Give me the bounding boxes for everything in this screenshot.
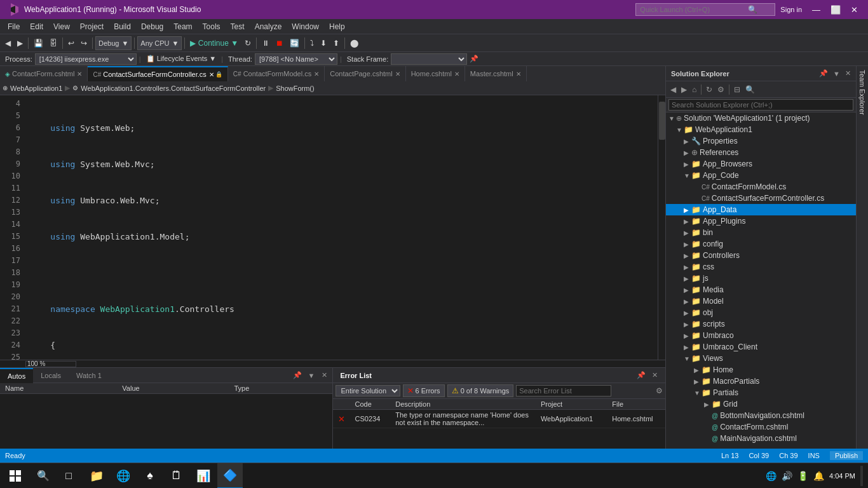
tree-views[interactable]: ▼ 📁 Views (666, 353, 856, 364)
close-icon[interactable]: ✕ (209, 71, 214, 78)
error-settings-button[interactable]: ⚙ (656, 386, 663, 395)
redo-button[interactable]: ↪ (78, 37, 90, 49)
menu-item-analyze[interactable]: Analyze (250, 21, 287, 32)
pin-error-button[interactable]: 📌 (634, 370, 648, 381)
close-error-button[interactable]: ✕ (649, 370, 660, 381)
restore-button[interactable]: ⬜ (825, 4, 846, 16)
tree-contactform-cshtml[interactable]: @ ContactForm.cshtml (666, 421, 856, 433)
code-editor[interactable]: 45678910111213141516171819202122232425 u… (0, 95, 665, 360)
clock[interactable]: 4:04 PM (829, 472, 855, 480)
tree-macropartials[interactable]: ▶ 📁 MacroPartials (666, 376, 856, 387)
menu-item-debug[interactable]: Debug (136, 21, 168, 32)
save-all-button[interactable]: 🗄 (47, 37, 60, 49)
undo-button[interactable]: ↩ (65, 37, 77, 49)
menu-item-tools[interactable]: Tools (198, 21, 226, 32)
show-desktop-button[interactable] (860, 466, 863, 486)
menu-item-view[interactable]: View (48, 21, 75, 32)
tree-app-data[interactable]: ▶ 📁 App_Data (666, 204, 856, 215)
dropdown-panel-button[interactable]: ▼ (306, 370, 318, 381)
close-icon[interactable]: ✕ (395, 71, 400, 78)
menu-item-test[interactable]: Test (226, 21, 250, 32)
menu-item-help[interactable]: Help (324, 21, 350, 32)
debug-mode-dropdown[interactable]: Debug ▼ (95, 36, 132, 50)
minimize-button[interactable]: — (807, 4, 825, 16)
tree-bin[interactable]: ▶ 📁 bin (666, 227, 856, 238)
error-col-project[interactable]: Project (536, 399, 607, 410)
notepad-taskbar-icon[interactable]: 🗒 (164, 463, 189, 489)
stop-button[interactable]: ⏹ (273, 37, 286, 49)
code-lines[interactable]: using System.Web; using System.Web.Mvc; … (25, 95, 658, 360)
breakpoints-button[interactable]: ⬤ (348, 37, 361, 49)
tree-js[interactable]: ▶ 📁 js (666, 273, 856, 284)
tree-umbraco[interactable]: ▶ 📁 Umbraco (666, 330, 856, 341)
cpu-dropdown[interactable]: Any CPU ▼ (137, 36, 182, 50)
menu-item-file[interactable]: File (3, 21, 25, 32)
tree-properties[interactable]: ▶ 🔧 Properties (666, 135, 856, 147)
title-search-box[interactable]: 🔍 (635, 3, 775, 16)
tree-project[interactable]: ▼ 📁 WebApplication1 (666, 124, 856, 135)
tree-obj[interactable]: ▶ 📁 obj (666, 307, 856, 318)
refresh-button[interactable]: ↻ (242, 37, 254, 49)
horizontal-scroll[interactable]: 100 % (0, 360, 665, 367)
notification-icon[interactable]: 🔔 (813, 471, 824, 481)
explorer-taskbar-icon[interactable]: 📁 (84, 463, 109, 489)
close-icon[interactable]: ✕ (516, 71, 521, 78)
se-pin-button[interactable]: 📌 (817, 68, 831, 79)
task-view-button[interactable]: □ (56, 463, 81, 489)
tab-contactsurfaceformcontroller[interactable]: C# ContactSurfaceFormController.cs ✕ 🔒 (88, 66, 227, 81)
error-col-file[interactable]: File (607, 399, 665, 410)
tree-mainnav[interactable]: @ MainNavigation.cshtml (666, 433, 856, 444)
menu-item-team[interactable]: Team (168, 21, 197, 32)
pin-panel-button[interactable]: 📌 (290, 370, 304, 381)
tree-model[interactable]: ▶ 📁 Model (666, 295, 856, 307)
sign-in-link[interactable]: Sign in (780, 6, 802, 13)
tree-bottomnav[interactable]: @ BottomNavigation.cshtml (666, 410, 856, 421)
edge-taskbar-icon[interactable]: 🌐 (111, 463, 136, 489)
error-col-code[interactable]: Code (350, 399, 391, 410)
tab-contactform[interactable]: ◈ ContactForm.cshtml ✕ (0, 66, 88, 81)
tab-autos[interactable]: Autos (0, 368, 33, 383)
tree-umbraco-client[interactable]: ▶ 📁 Umbraco_Client (666, 341, 856, 353)
menu-item-project[interactable]: Project (75, 21, 109, 32)
se-filter-button[interactable]: 🔍 (743, 84, 757, 95)
back-button[interactable]: ◀ (3, 37, 13, 49)
publish-button[interactable]: Publish (830, 451, 863, 460)
pause-button[interactable]: ⏸ (259, 37, 272, 49)
menu-item-edit[interactable]: Edit (25, 21, 48, 32)
stack-dropdown[interactable] (391, 53, 467, 65)
step-into-button[interactable]: ⬇ (318, 37, 329, 49)
vertical-scrollbar[interactable] (658, 95, 665, 360)
se-search-input[interactable] (668, 99, 853, 111)
tree-grid[interactable]: ▶ 📁 Grid (666, 398, 856, 410)
se-home-button[interactable]: ⌂ (690, 84, 698, 95)
se-settings-button[interactable]: ⚙ (715, 84, 726, 95)
process-dropdown[interactable]: [14236] iisexpress.exe (35, 53, 137, 65)
tab-locals[interactable]: Locals (33, 368, 69, 383)
se-refresh-button[interactable]: ↻ (704, 84, 714, 95)
error-filter-dropdown[interactable]: Entire Solution (336, 385, 400, 396)
continue-button[interactable]: ▶ Continue ▼ (187, 37, 241, 49)
se-forward-button[interactable]: ▶ (679, 84, 689, 95)
tree-config[interactable]: ▶ 📁 config (666, 238, 856, 250)
vs-taskbar-icon[interactable]: 🔷 (217, 463, 243, 489)
battery-icon[interactable]: 🔋 (797, 471, 808, 481)
network-icon[interactable]: 🌐 (766, 471, 776, 481)
tree-partials[interactable]: ▼ 📁 Partials (666, 387, 856, 398)
tree-media[interactable]: ▶ 📁 Media (666, 284, 856, 295)
tree-scripts[interactable]: ▶ 📁 scripts (666, 318, 856, 330)
forward-button[interactable]: ▶ (15, 37, 25, 49)
tree-contactsfc[interactable]: C# ContactSurfaceFormController.cs (666, 193, 856, 204)
error-search-input[interactable] (516, 385, 611, 396)
breadcrumb-project[interactable]: WebApplication1 (10, 85, 62, 92)
tree-app-plugins[interactable]: ▶ 📁 App_Plugins (666, 215, 856, 227)
warnings-button[interactable]: ⚠ 0 of 8 Warnings (447, 384, 514, 397)
se-close-button[interactable]: ✕ (843, 68, 853, 79)
menu-item-build[interactable]: Build (109, 21, 136, 32)
menu-item-window[interactable]: Window (287, 21, 324, 32)
tree-references[interactable]: ▶ ⊕ References (666, 147, 856, 158)
tab-contactpage[interactable]: ContactPage.cshtml ✕ (325, 66, 405, 81)
close-icon[interactable]: ✕ (77, 71, 82, 78)
se-back-button[interactable]: ◀ (668, 84, 678, 95)
tab-master[interactable]: Master.cshtml ✕ (465, 66, 527, 81)
excel-taskbar-icon[interactable]: 📊 (191, 463, 216, 489)
